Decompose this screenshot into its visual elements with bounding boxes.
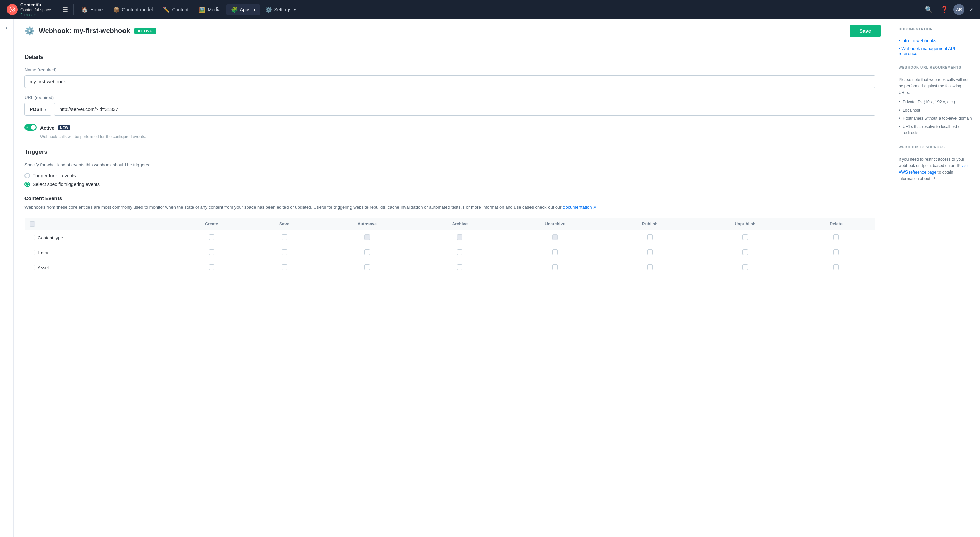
entry-delete-checkbox[interactable] <box>833 249 839 255</box>
entry-create-checkbox[interactable] <box>209 249 215 255</box>
table-row: Content type <box>25 230 875 245</box>
trigger-all-radio-circle <box>24 173 30 178</box>
nav-item-home[interactable]: 🏠 Home <box>76 5 108 15</box>
asset-unpublish-checkbox[interactable] <box>743 265 748 270</box>
table-cell-entry-delete <box>797 245 875 260</box>
method-select[interactable]: POST ▾ <box>24 103 51 116</box>
content-type-save-checkbox[interactable] <box>282 234 287 240</box>
help-button[interactable]: ❓ <box>938 5 951 14</box>
table-cell-asset-archive <box>417 260 503 275</box>
content-type-row-checkbox[interactable] <box>30 235 35 240</box>
requirements-item-4: URLs that resolve to localhost or redire… <box>899 124 973 136</box>
asset-save-checkbox[interactable] <box>282 265 287 270</box>
triggers-section: Triggers Specify for what kind of events… <box>24 149 875 187</box>
trigger-specific-radio[interactable]: Select specific triggering events <box>24 182 875 187</box>
active-label: Active <box>40 125 54 131</box>
content-type-unarchive-checkbox <box>552 234 558 240</box>
nav-item-home-label: Home <box>90 7 103 12</box>
content-type-label: Content type <box>38 235 63 240</box>
table-cell-asset-save <box>251 260 318 275</box>
documentation-section-title: DOCUMENTATION <box>899 27 973 34</box>
expand-button[interactable]: ⤢ <box>967 6 976 13</box>
nav-divider <box>73 4 74 15</box>
asset-unarchive-checkbox[interactable] <box>552 265 558 270</box>
home-icon: 🏠 <box>81 6 88 13</box>
save-button[interactable]: Save <box>850 24 881 37</box>
content-model-icon: 📦 <box>113 6 120 13</box>
left-sidebar: ‹ <box>0 19 14 537</box>
url-input[interactable] <box>54 103 875 116</box>
documentation-link[interactable]: documentation ↗ <box>563 204 596 210</box>
nav-item-content-model[interactable]: 📦 Content model <box>108 5 158 15</box>
details-section: Details Name (required) URL (required) P… <box>24 54 875 139</box>
select-all-checkbox[interactable] <box>30 221 35 227</box>
table-row: Asset <box>25 260 875 275</box>
asset-publish-checkbox[interactable] <box>647 265 653 270</box>
asset-archive-checkbox[interactable] <box>457 265 463 270</box>
requirements-title: WEBHOOK URL REQUIREMENTS <box>899 66 973 72</box>
table-th-delete: Delete <box>797 217 875 230</box>
page-header-left: ⚙️ Webhook: my-first-webhook ACTIVE <box>24 26 156 36</box>
content-type-delete-checkbox[interactable] <box>833 234 839 240</box>
active-row: ✓ Active NEW <box>24 124 875 132</box>
webhook-icon: ⚙️ <box>24 26 35 36</box>
status-badge: ACTIVE <box>134 28 156 34</box>
nav-item-content[interactable]: ✏️ Content <box>158 5 193 15</box>
table-row: Entry <box>25 245 875 260</box>
entry-publish-checkbox[interactable] <box>647 249 653 255</box>
table-th-entity <box>25 217 172 230</box>
content-type-autosave-checkbox <box>364 234 370 240</box>
entry-archive-checkbox[interactable] <box>457 249 463 255</box>
table-cell-content-type-unarchive <box>503 230 607 245</box>
table-cell-entry-unarchive <box>503 245 607 260</box>
entry-label: Entry <box>38 250 48 255</box>
entry-save-checkbox[interactable] <box>282 249 287 255</box>
settings-icon: ⚙️ <box>266 6 272 13</box>
asset-row-checkbox[interactable] <box>30 265 35 270</box>
ip-sources-section: WEBHOOK IP SOURCES If you need to restri… <box>899 145 973 182</box>
content-type-archive-checkbox <box>457 234 463 240</box>
avatar[interactable]: AR <box>953 4 964 15</box>
content-type-create-checkbox[interactable] <box>209 234 215 240</box>
back-button[interactable]: ‹ <box>5 23 9 32</box>
table-cell-entry-unpublish <box>693 245 797 260</box>
media-icon: 🖼️ <box>199 6 205 13</box>
nav-right-area: 🔍 ❓ AR ⤢ <box>922 4 976 15</box>
asset-autosave-checkbox[interactable] <box>364 265 370 270</box>
asset-delete-checkbox[interactable] <box>833 265 839 270</box>
entry-autosave-checkbox[interactable] <box>364 249 370 255</box>
asset-create-checkbox[interactable] <box>209 265 215 270</box>
triggers-description: Specify for what kind of events this web… <box>24 163 875 167</box>
table-cell-content-type-label: Content type <box>25 230 172 245</box>
menu-toggle-button[interactable]: ☰ <box>60 5 71 14</box>
doc-link-intro[interactable]: Intro to webhooks <box>899 38 973 43</box>
nav-item-apps[interactable]: 🧩 Apps ▾ <box>226 5 260 15</box>
method-value: POST <box>30 107 43 112</box>
nav-item-settings[interactable]: ⚙️ Settings ▾ <box>261 5 301 15</box>
trigger-all-radio[interactable]: Trigger for all events <box>24 173 875 178</box>
nav-item-content-label: Content <box>172 7 189 12</box>
entry-unarchive-checkbox[interactable] <box>552 249 558 255</box>
nav-item-apps-label: Apps <box>240 7 251 12</box>
content-events-description: Webhooks from these core entities are mo… <box>24 204 875 210</box>
active-checkbox-wrap: ✓ <box>24 124 37 132</box>
entry-row-checkbox[interactable] <box>30 250 35 255</box>
doc-link-api[interactable]: Webhook management API reference <box>899 46 973 56</box>
entry-unpublish-checkbox[interactable] <box>743 249 748 255</box>
content-type-unpublish-checkbox[interactable] <box>743 234 748 240</box>
table-header-row: Create Save Autosave Archive Unarchive P… <box>25 217 875 230</box>
table-cell-content-type-create <box>172 230 251 245</box>
table-th-unpublish: Unpublish <box>693 217 797 230</box>
search-button[interactable]: 🔍 <box>922 5 935 14</box>
org-name: Contentful <box>21 2 51 8</box>
name-input[interactable] <box>24 75 875 88</box>
table-cell-asset-delete <box>797 260 875 275</box>
table-cell-content-type-unpublish <box>693 230 797 245</box>
logo-area: Contentful Contentful space ↻ master <box>4 2 59 17</box>
content-type-publish-checkbox[interactable] <box>647 234 653 240</box>
nav-item-media[interactable]: 🖼️ Media <box>194 5 225 15</box>
table-cell-entry-create <box>172 245 251 260</box>
page-header: ⚙️ Webhook: my-first-webhook ACTIVE Save <box>14 19 891 43</box>
table-cell-entry-save <box>251 245 318 260</box>
active-toggle[interactable]: ✓ <box>24 124 37 131</box>
